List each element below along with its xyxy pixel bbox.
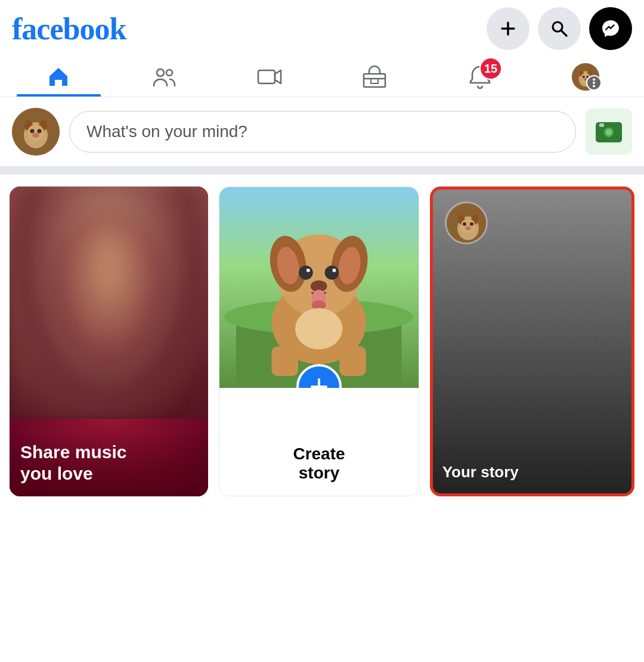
photo-upload-button[interactable] bbox=[586, 108, 632, 155]
svg-point-15 bbox=[582, 76, 584, 78]
messenger-button[interactable] bbox=[589, 7, 632, 50]
add-icon bbox=[497, 18, 519, 39]
svg-point-57 bbox=[461, 219, 475, 233]
tab-friends[interactable] bbox=[112, 55, 217, 97]
svg-rect-32 bbox=[599, 123, 604, 127]
add-button[interactable] bbox=[487, 7, 530, 50]
svg-point-50 bbox=[295, 308, 342, 349]
header: facebook bbox=[0, 0, 644, 55]
svg-point-31 bbox=[606, 129, 612, 135]
story-create-bottom: Createstory bbox=[219, 388, 418, 496]
svg-rect-48 bbox=[272, 346, 299, 376]
svg-point-42 bbox=[325, 266, 339, 280]
svg-point-60 bbox=[465, 226, 471, 231]
story-create[interactable]: Createstory bbox=[219, 187, 419, 496]
svg-point-19 bbox=[593, 82, 595, 84]
story-music-label: Share musicyou love bbox=[10, 430, 208, 496]
story-music-label-text: Share musicyou love bbox=[20, 442, 197, 484]
tab-home[interactable] bbox=[6, 55, 112, 97]
story-yours[interactable]: Your story bbox=[430, 187, 634, 496]
nav-tabs: 15 bbox=[0, 55, 644, 97]
svg-point-44 bbox=[333, 269, 336, 272]
search-button[interactable] bbox=[538, 7, 581, 50]
menu-badge bbox=[586, 75, 602, 91]
tab-video[interactable] bbox=[216, 55, 322, 97]
svg-point-4 bbox=[157, 69, 164, 76]
story-yours-avatar bbox=[445, 201, 488, 244]
stories-section: Share musicyou love bbox=[0, 175, 644, 508]
post-avatar bbox=[12, 108, 60, 156]
svg-point-26 bbox=[30, 129, 35, 133]
svg-rect-7 bbox=[364, 74, 385, 87]
messenger-icon bbox=[600, 18, 621, 39]
svg-rect-49 bbox=[340, 346, 367, 376]
header-icons bbox=[487, 7, 632, 50]
svg-rect-6 bbox=[258, 70, 275, 83]
story-music[interactable]: Share musicyou love bbox=[10, 187, 208, 496]
svg-point-43 bbox=[306, 269, 310, 272]
notification-count: 15 bbox=[479, 57, 502, 80]
svg-point-41 bbox=[299, 266, 313, 280]
story-create-top bbox=[219, 187, 418, 388]
post-input[interactable]: What's on your mind? bbox=[69, 111, 576, 153]
tab-notifications[interactable]: 15 bbox=[428, 55, 533, 97]
svg-point-18 bbox=[593, 78, 595, 80]
svg-line-3 bbox=[561, 30, 566, 36]
tab-profile[interactable] bbox=[532, 55, 638, 97]
svg-point-59 bbox=[470, 222, 473, 226]
story-music-face bbox=[10, 187, 208, 419]
svg-point-20 bbox=[593, 85, 595, 87]
facebook-logo: facebook bbox=[12, 11, 126, 46]
search-icon bbox=[549, 18, 570, 39]
svg-point-58 bbox=[463, 222, 466, 226]
post-bar: What's on your mind? bbox=[0, 97, 644, 166]
svg-point-5 bbox=[166, 70, 172, 76]
svg-point-27 bbox=[38, 129, 42, 133]
story-yours-label: Your story bbox=[442, 463, 519, 481]
svg-point-28 bbox=[32, 133, 39, 138]
section-divider bbox=[0, 166, 644, 175]
tab-marketplace[interactable] bbox=[322, 55, 428, 97]
story-create-label: Createstory bbox=[293, 445, 345, 483]
